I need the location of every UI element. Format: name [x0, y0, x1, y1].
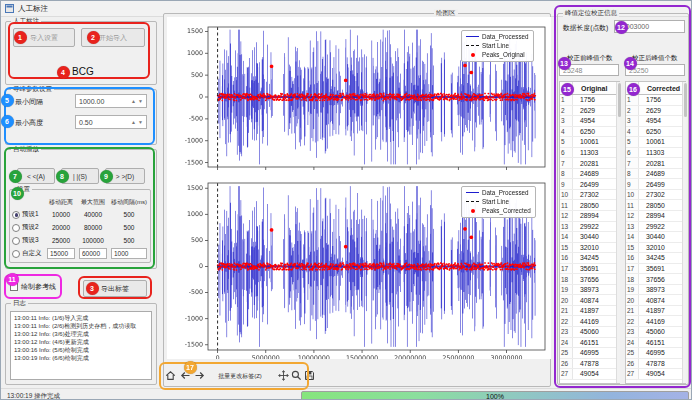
peak-value-cell[interactable]: 40874 — [573, 295, 619, 305]
table-row[interactable]: 1329922 — [626, 222, 685, 233]
peak-value-cell[interactable]: 24689 — [573, 169, 619, 179]
peak-value-cell[interactable]: 2629 — [639, 106, 685, 116]
table-row[interactable]: 34954 — [560, 116, 619, 127]
peak-value-cell[interactable]: 4954 — [639, 116, 685, 126]
peak-value-cell[interactable]: 44169 — [639, 316, 685, 326]
table-row[interactable]: 2446151 — [626, 338, 685, 349]
original-table-scrollbar[interactable] — [616, 82, 620, 383]
batch-edit-labels-button[interactable]: 批量更改标签(Z) — [207, 369, 273, 383]
table-row[interactable]: 1837656 — [626, 274, 685, 285]
peak-value-cell[interactable]: 46151 — [639, 338, 685, 348]
table-row[interactable]: 2647878 — [626, 359, 685, 370]
min-height-spinbox[interactable]: 0.50 ▲▼ — [75, 115, 147, 129]
peak-value-cell[interactable]: 20281 — [639, 158, 685, 168]
peak-value-cell[interactable]: 6250 — [639, 127, 685, 137]
table-row[interactable]: 1430440 — [626, 232, 685, 243]
table-row[interactable]: 46250 — [560, 127, 619, 138]
table-row[interactable]: 1735691 — [560, 264, 619, 275]
peak-value-cell[interactable]: 28994 — [573, 211, 619, 221]
peak-value-cell[interactable]: 47878 — [573, 359, 619, 369]
custom-value-input[interactable] — [79, 248, 107, 259]
peak-value-cell[interactable]: 20281 — [573, 158, 619, 168]
start-import-button[interactable]: 开始导入 — [81, 28, 145, 47]
table-row[interactable]: 1837656 — [560, 274, 619, 285]
table-row[interactable]: 22629 — [560, 106, 619, 117]
min-interval-spinbox[interactable]: 1000.00 ▲▼ — [75, 94, 147, 108]
table-row[interactable]: 1027302 — [626, 190, 685, 201]
preset-radio[interactable] — [12, 224, 20, 232]
peak-value-cell[interactable]: 28050 — [573, 200, 619, 210]
peak-value-cell[interactable]: 32010 — [573, 243, 619, 253]
step-forward-button[interactable]: > >(D) — [105, 168, 145, 184]
table-row[interactable]: 510061 — [626, 137, 685, 148]
log-output[interactable]: 13:00:11 Info: (1/6)导入完成13:00:11 Info: (… — [10, 311, 152, 380]
peak-value-cell[interactable]: 24689 — [639, 169, 685, 179]
preset-radio[interactable] — [12, 250, 20, 258]
table-row[interactable]: 1938973 — [626, 285, 685, 296]
peak-value-cell[interactable]: 41897 — [573, 306, 619, 316]
table-row[interactable]: 22629 — [626, 106, 685, 117]
peak-value-cell[interactable]: 35691 — [573, 264, 619, 274]
table-row[interactable]: 2546995 — [560, 348, 619, 359]
table-row[interactable]: 1228994 — [560, 211, 619, 222]
peak-value-cell[interactable]: 26499 — [639, 179, 685, 189]
step-backward-button[interactable]: < <(A) — [17, 168, 55, 184]
peak-value-cell[interactable]: 34245 — [573, 253, 619, 263]
peak-value-cell[interactable]: 29922 — [573, 222, 619, 232]
table-row[interactable]: 11756 — [626, 95, 685, 106]
import-settings-button[interactable]: 导入设置 — [13, 28, 75, 47]
table-row[interactable]: 2749054 — [626, 369, 685, 380]
reference-line-checkbox[interactable]: 绘制参考线 — [10, 282, 56, 292]
table-row[interactable]: 2546995 — [626, 348, 685, 359]
table-row[interactable]: 1532010 — [626, 243, 685, 254]
peak-value-cell[interactable]: 46151 — [573, 338, 619, 348]
table-row[interactable]: 2141897 — [626, 306, 685, 317]
preset-radio[interactable] — [12, 211, 20, 219]
peak-value-cell[interactable]: 27302 — [639, 190, 685, 200]
table-row[interactable]: 11756 — [560, 95, 619, 106]
peak-value-cell[interactable]: 11303 — [573, 148, 619, 158]
peak-value-cell[interactable]: 1756 — [639, 95, 685, 105]
peak-value-cell[interactable]: 28050 — [639, 200, 685, 210]
spinbox-arrows-icon[interactable]: ▲▼ — [131, 119, 143, 125]
scrollbar-thumb[interactable] — [684, 83, 687, 117]
table-row[interactable]: 720281 — [560, 158, 619, 169]
table-row[interactable]: 2244169 — [626, 316, 685, 327]
pause-button[interactable]: | |(S) — [61, 168, 99, 184]
export-labels-button[interactable]: 导出标签 — [83, 280, 147, 297]
peak-value-cell[interactable]: 46995 — [639, 348, 685, 358]
table-row[interactable]: 2446151 — [560, 338, 619, 349]
peak-value-cell[interactable]: 29922 — [639, 222, 685, 232]
table-row[interactable]: 1329922 — [560, 222, 619, 233]
peak-value-cell[interactable]: 26499 — [573, 179, 619, 189]
table-row[interactable]: 1027302 — [560, 190, 619, 201]
table-row[interactable]: 926499 — [626, 179, 685, 190]
table-row[interactable]: 2141897 — [560, 306, 619, 317]
checkbox-icon[interactable] — [10, 283, 18, 291]
table-row[interactable]: 926499 — [560, 179, 619, 190]
table-row[interactable]: 46250 — [626, 127, 685, 138]
zoom-icon[interactable] — [290, 369, 303, 382]
peak-value-cell[interactable]: 11303 — [639, 148, 685, 158]
table-row[interactable]: 510061 — [560, 137, 619, 148]
peak-value-cell[interactable]: 28994 — [639, 211, 685, 221]
peak-value-cell[interactable]: 32010 — [639, 243, 685, 253]
table-row[interactable]: 1634245 — [560, 253, 619, 264]
table-row[interactable]: 1128050 — [626, 200, 685, 211]
table-row[interactable]: 2647878 — [560, 359, 619, 370]
preset-radio[interactable] — [12, 237, 20, 245]
home-icon[interactable] — [164, 369, 177, 382]
peak-value-cell[interactable]: 45060 — [639, 327, 685, 337]
peak-value-cell[interactable]: 46995 — [573, 348, 619, 358]
forward-icon[interactable] — [193, 369, 206, 382]
table-row[interactable]: 2345060 — [560, 327, 619, 338]
peak-value-cell[interactable]: 40874 — [639, 295, 685, 305]
peak-value-cell[interactable]: 49054 — [573, 369, 619, 379]
spinbox-arrows-icon[interactable]: ▲▼ — [131, 98, 143, 104]
table-row[interactable]: 1735691 — [626, 264, 685, 275]
table-row[interactable]: 34954 — [626, 116, 685, 127]
back-icon[interactable] — [179, 369, 192, 382]
custom-value-input[interactable] — [111, 248, 147, 259]
table-row[interactable]: 2345060 — [626, 327, 685, 338]
peak-value-cell[interactable]: 49054 — [639, 369, 685, 379]
